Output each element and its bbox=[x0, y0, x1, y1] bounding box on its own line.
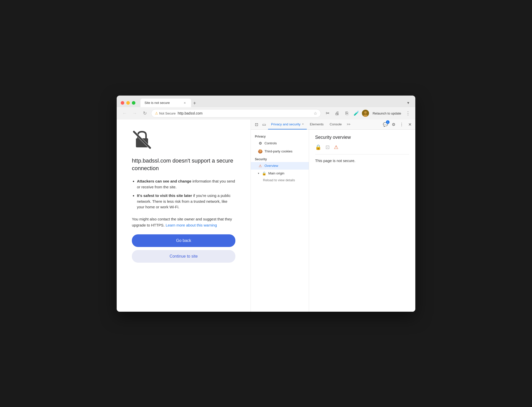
go-back-button[interactable]: Go back bbox=[132, 234, 235, 247]
sidebar-item-main-origin[interactable]: ▾ 🔒 Main origin bbox=[251, 170, 309, 177]
security-status-text: This page is not secure. bbox=[315, 159, 409, 163]
title-bar: Site is not secure × + ▾ bbox=[117, 96, 415, 107]
scissors-icon[interactable]: ✂ bbox=[323, 109, 332, 117]
content-area: http.badssl.com doesn't support a secure… bbox=[117, 120, 415, 312]
sidebar-item-controls[interactable]: ⚙ Controls bbox=[251, 139, 309, 147]
sidebar-item-cookies[interactable]: 🍪 Third-party cookies bbox=[251, 147, 309, 155]
devtools-close-icon[interactable]: ✕ bbox=[406, 121, 413, 128]
privacy-section-label: Privacy bbox=[251, 133, 309, 139]
back-button[interactable]: ← bbox=[121, 109, 128, 117]
main-origin-lock-icon: 🔒 bbox=[262, 171, 266, 175]
continue-button[interactable]: Continue to site bbox=[132, 250, 235, 263]
cast-icon[interactable]: ⎘ bbox=[343, 109, 351, 117]
warning-triangle-active[interactable]: ⚠ bbox=[334, 144, 338, 150]
bullet2-bold: It's safest to visit this site later bbox=[137, 193, 192, 198]
address-url: http.badssl.com bbox=[178, 111, 312, 115]
tab-title: Site is not secure bbox=[145, 101, 180, 105]
reload-button[interactable]: ↻ bbox=[141, 109, 149, 117]
settings-icon[interactable]: ⚙ bbox=[390, 121, 397, 128]
tab-privacy-security-label: Privacy and security bbox=[271, 122, 300, 126]
tab-close-button[interactable]: × bbox=[182, 101, 187, 105]
sidebar-item-overview[interactable]: ⚠ Overview bbox=[251, 162, 309, 170]
bookmark-icon[interactable]: ☆ bbox=[314, 111, 317, 116]
chat-badge: 1 bbox=[386, 120, 390, 124]
security-icons-row: 🔒 ⊡ ⚠ bbox=[315, 144, 409, 154]
page-heading: http.badssl.com doesn't support a secure… bbox=[132, 157, 235, 173]
page-content: http.badssl.com doesn't support a secure… bbox=[117, 120, 251, 312]
devtools-tabs-bar: ⊡ ▭ Privacy and security × Elements Cons… bbox=[251, 120, 415, 130]
chat-icon[interactable]: 💬 1 bbox=[382, 121, 389, 128]
address-bar[interactable]: ⚠ Not Secure http.badssl.com ☆ bbox=[151, 109, 321, 118]
security-section-label: Security bbox=[251, 155, 309, 162]
new-tab-button[interactable]: + bbox=[191, 99, 198, 107]
info-text: You might also contact the site owner an… bbox=[132, 216, 235, 228]
tabs-area: Site is not secure × + bbox=[140, 99, 402, 107]
svg-point-1 bbox=[364, 111, 367, 114]
traffic-lights bbox=[121, 101, 135, 105]
extensions-icon[interactable]: 🧪 bbox=[352, 109, 360, 117]
tab-elements[interactable]: Elements bbox=[307, 119, 326, 129]
bullet-item-2: It's safest to visit this site later if … bbox=[137, 193, 235, 210]
devtools-select-mode-icon[interactable]: ⊡ bbox=[253, 119, 260, 129]
bullet-list: Attackers can see and change information… bbox=[132, 178, 235, 210]
bullet1-bold: Attackers can see and change bbox=[137, 179, 191, 183]
bullet-item-1: Attackers can see and change information… bbox=[137, 178, 235, 190]
devtools-more-icon[interactable]: ⋮ bbox=[398, 121, 405, 128]
main-origin-label: Main origin bbox=[268, 171, 284, 175]
reload-to-view-details: Reload to view details bbox=[251, 177, 309, 183]
active-tab[interactable]: Site is not secure × bbox=[140, 99, 191, 107]
devtools-sidebar: Privacy ⚙ Controls 🍪 Third-party cookies… bbox=[251, 130, 309, 312]
not-secure-badge: ⚠ Not Secure bbox=[155, 111, 176, 115]
relaunch-button[interactable]: Relaunch to update bbox=[371, 110, 403, 116]
devtools-body: Privacy ⚙ Controls 🍪 Third-party cookies… bbox=[251, 130, 415, 312]
devtools-action-icons: 💬 1 ⚙ ⋮ ✕ bbox=[382, 121, 413, 128]
reload-label: Reload to view details bbox=[263, 178, 295, 182]
security-overview-title: Security overview bbox=[315, 135, 409, 140]
learn-more-link[interactable]: Learn more about this warning bbox=[166, 223, 217, 227]
avatar[interactable] bbox=[362, 110, 369, 117]
lock-crossed-icon bbox=[132, 130, 235, 151]
more-tabs-icon[interactable]: >> bbox=[345, 122, 352, 127]
tab-console[interactable]: Console bbox=[327, 119, 345, 129]
chrome-menu-icon[interactable]: ⋮ bbox=[405, 109, 411, 117]
print-icon[interactable]: 🖨 bbox=[333, 109, 341, 117]
tab-privacy-security[interactable]: Privacy and security × bbox=[268, 119, 307, 129]
controls-label: Controls bbox=[264, 141, 277, 145]
tab-elements-label: Elements bbox=[310, 122, 323, 126]
browser-window: Site is not secure × + ▾ ← → ↻ ⚠ Not Sec… bbox=[117, 96, 415, 312]
devtools-main-content: Security overview 🔒 ⊡ ⚠ This page is not… bbox=[309, 130, 415, 312]
forward-button[interactable]: → bbox=[131, 109, 138, 117]
overview-warning-icon: ⚠ bbox=[258, 164, 262, 168]
controls-icon: ⚙ bbox=[258, 141, 262, 146]
main-origin-expand-icon: ▾ bbox=[258, 172, 259, 175]
warning-icon: ⚠ bbox=[155, 111, 158, 115]
fullscreen-traffic-light[interactable] bbox=[132, 101, 135, 105]
lock-icon-inactive[interactable]: 🔒 bbox=[315, 144, 321, 150]
overview-label: Overview bbox=[264, 164, 278, 168]
not-secure-label: Not Secure bbox=[159, 111, 176, 115]
tab-console-label: Console bbox=[330, 122, 342, 126]
cookies-label: Third-party cookies bbox=[264, 149, 293, 153]
toolbar: ← → ↻ ⚠ Not Secure http.badssl.com ☆ ✂ 🖨… bbox=[117, 107, 415, 120]
tab-privacy-security-close[interactable]: × bbox=[302, 122, 304, 126]
close-traffic-light[interactable] bbox=[121, 101, 124, 105]
cookies-icon: 🍪 bbox=[258, 149, 262, 154]
toolbar-icons: ✂ 🖨 ⎘ 🧪 Relaunch to update ⋮ bbox=[323, 109, 411, 117]
minimize-traffic-light[interactable] bbox=[126, 101, 130, 105]
tab-list-chevron[interactable]: ▾ bbox=[405, 99, 411, 106]
devtools-panel: ⊡ ▭ Privacy and security × Elements Cons… bbox=[251, 120, 415, 312]
frame-icon-inactive[interactable]: ⊡ bbox=[325, 144, 330, 150]
devtools-device-mode-icon[interactable]: ▭ bbox=[260, 119, 268, 129]
